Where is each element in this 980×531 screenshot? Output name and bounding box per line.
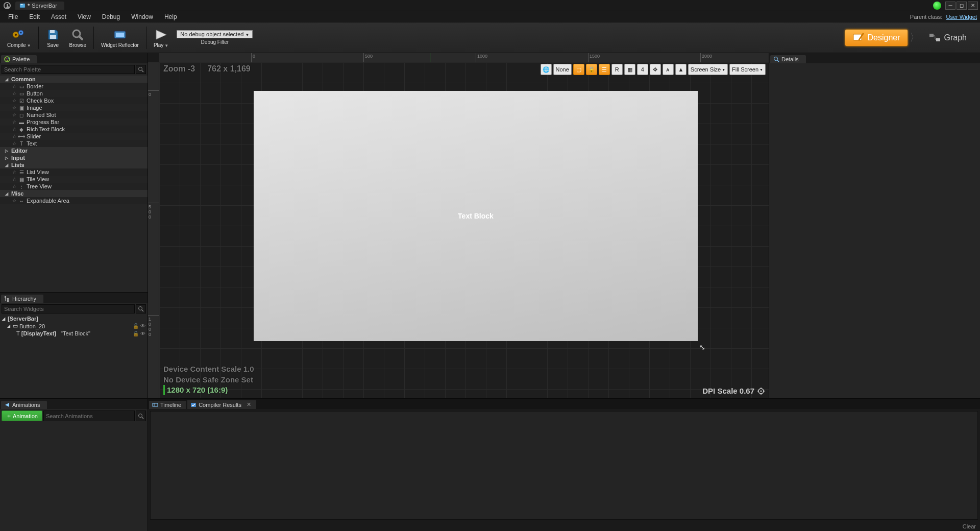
hierarchy-search-input[interactable]	[2, 304, 135, 313]
position-snap-button[interactable]: ✥	[650, 64, 661, 75]
designer-mode-tab[interactable]: Designer	[845, 30, 908, 46]
palette-item[interactable]: ☆⟷Slider	[0, 133, 148, 140]
search-icon[interactable]	[136, 411, 146, 421]
menu-view[interactable]: View	[72, 12, 96, 21]
palette-category[interactable]: ◢Common	[0, 76, 148, 83]
hierarchy-root[interactable]: ◢ [ServerBar]	[0, 315, 148, 322]
grid-snap-button[interactable]: ▦	[624, 64, 635, 75]
svg-rect-15	[936, 38, 940, 41]
toolbar: Compile▼ Save Browse Widget Reflector	[0, 22, 980, 53]
add-animation-button[interactable]: ＋ Animation	[2, 411, 42, 421]
widget-design-surface[interactable]: Text Block	[254, 91, 698, 341]
svg-rect-24	[7, 300, 9, 302]
browse-button[interactable]: Browse	[65, 27, 90, 49]
grid-snap-value[interactable]: 4	[637, 64, 648, 75]
menu-debug[interactable]: Debug	[97, 12, 125, 21]
close-icon[interactable]: ✕	[247, 401, 251, 408]
button-widget-icon: ▭	[13, 323, 18, 329]
resize-handle-icon[interactable]: ⤡	[699, 343, 705, 351]
palette-item[interactable]: ☆▣Image	[0, 104, 148, 111]
palette-item[interactable]: ☆↔Expandable Area	[0, 197, 148, 204]
menu-asset[interactable]: Asset	[46, 12, 71, 21]
palette-item[interactable]: ☆◻Named Slot	[0, 111, 148, 118]
palette-item[interactable]: ☆▬Progress Bar	[0, 118, 148, 126]
clear-button[interactable]: Clear	[963, 523, 976, 529]
palette-panel-tab[interactable]: Palette	[1, 55, 37, 63]
parent-class-link[interactable]: User Widget	[946, 14, 977, 20]
menu-help[interactable]: Help	[159, 12, 182, 21]
palette-category[interactable]: ◢Lists	[0, 161, 148, 168]
animations-panel-tab[interactable]: Animations	[1, 401, 47, 409]
ruler-tick: 0	[251, 53, 255, 62]
unlock-icon[interactable]: 🔓	[133, 323, 139, 329]
svg-point-35	[139, 414, 142, 417]
window-close-button[interactable]: ✕	[968, 2, 978, 10]
compiler-results-tab[interactable]: Compiler Results ✕	[187, 400, 256, 409]
hierarchy-item[interactable]: T [DisplayText] "Text Block" 🔓👁	[0, 330, 148, 337]
text-icon: ᴀ	[666, 66, 670, 73]
palette-item[interactable]: ☆TText	[0, 140, 148, 147]
menu-window[interactable]: Window	[126, 12, 158, 21]
window-minimize-button[interactable]: ─	[945, 2, 955, 10]
source-control-status-icon[interactable]	[933, 2, 941, 10]
palette-category[interactable]: ▷Editor	[0, 147, 148, 154]
hierarchy-panel-tab[interactable]: Hierarchy	[1, 295, 43, 303]
menu-file[interactable]: File	[3, 12, 23, 21]
compile-icon	[12, 28, 26, 42]
toggle-details-button[interactable]: ☰	[599, 64, 610, 75]
timeline-tab[interactable]: Timeline	[149, 401, 186, 409]
palette-category[interactable]: ◢Misc	[0, 190, 148, 197]
compile-button[interactable]: Compile▼	[3, 27, 35, 49]
hierarchy-item[interactable]: ◢ ▭ Button_20 🔓👁	[0, 322, 148, 330]
search-icon[interactable]	[136, 65, 146, 74]
window-maximize-button[interactable]: ◻	[957, 2, 967, 10]
ruler-cursor-indicator	[430, 53, 430, 62]
palette-item[interactable]: ☆◆Rich Text Block	[0, 126, 148, 133]
eye-icon[interactable]: 👁	[140, 323, 145, 329]
zoom-level-label: Zoom -3	[163, 64, 195, 74]
play-button[interactable]: Play▼	[150, 27, 173, 49]
image-icon: ▲	[678, 66, 683, 73]
screen-size-dropdown[interactable]: Screen Size▼	[688, 64, 728, 75]
layout-transform-none-button[interactable]: None	[553, 64, 572, 75]
svg-point-25	[139, 307, 142, 310]
palette-tree[interactable]: ◢Common☆▭Border☆▭Button☆☑Check Box☆▣Imag…	[0, 76, 148, 292]
debug-object-select[interactable]: No debug object selected ▼	[177, 30, 253, 38]
graph-mode-tab[interactable]: Graph	[922, 30, 974, 46]
editor-tab[interactable]: * ServerBar	[15, 2, 64, 10]
palette-item[interactable]: ☆⋮Tree View	[0, 183, 148, 190]
details-panel-tab[interactable]: Details	[770, 55, 806, 63]
ruler-tick: 0	[148, 90, 159, 97]
list-icon: ☰	[602, 66, 607, 73]
image-preview-button[interactable]: ▲	[675, 64, 687, 75]
localization-button[interactable]: ᴀ	[663, 64, 674, 75]
designer-icon	[852, 33, 865, 43]
text-widget-icon: T	[16, 330, 20, 336]
svg-rect-0	[20, 4, 25, 8]
unlock-icon[interactable]: 🔓	[133, 331, 139, 336]
fill-screen-dropdown[interactable]: Fill Screen▼	[729, 64, 766, 75]
textblock-widget[interactable]: Text Block	[458, 212, 494, 220]
palette-item[interactable]: ☆▦Tile View	[0, 176, 148, 183]
palette-item[interactable]: ☆☰List View	[0, 168, 148, 176]
menu-edit[interactable]: Edit	[24, 12, 45, 21]
palette-item[interactable]: ☆☑Check Box	[0, 97, 148, 104]
viewport-canvas[interactable]: Zoom -3 762 x 1,169 🌐 None ▢ 🔒 ☰ R ▦ 4 ✥…	[159, 62, 769, 398]
palette-item[interactable]: ☆▭Border	[0, 83, 148, 90]
animations-search-input[interactable]	[43, 411, 135, 421]
localization-preview-button[interactable]: 🌐	[541, 64, 552, 75]
browse-icon	[70, 28, 85, 42]
palette-item[interactable]: ☆▭Button	[0, 90, 148, 97]
toggle-lock-button[interactable]: 🔒	[586, 64, 597, 75]
widget-reflector-button[interactable]: Widget Reflector	[97, 27, 143, 49]
toggle-outlines-button[interactable]: ▢	[573, 64, 584, 75]
designer-viewport[interactable]: 0500100015002000 05001000 Zoom -3 762 x …	[148, 53, 769, 398]
search-icon[interactable]	[136, 304, 146, 313]
palette-search-input[interactable]	[2, 65, 135, 74]
globe-icon: 🌐	[543, 66, 550, 73]
palette-category[interactable]: ▷Input	[0, 154, 148, 161]
save-button[interactable]: Save	[42, 27, 64, 49]
respect-locks-button[interactable]: R	[611, 64, 623, 75]
eye-icon[interactable]: 👁	[140, 331, 145, 336]
gear-icon[interactable]	[757, 388, 765, 395]
